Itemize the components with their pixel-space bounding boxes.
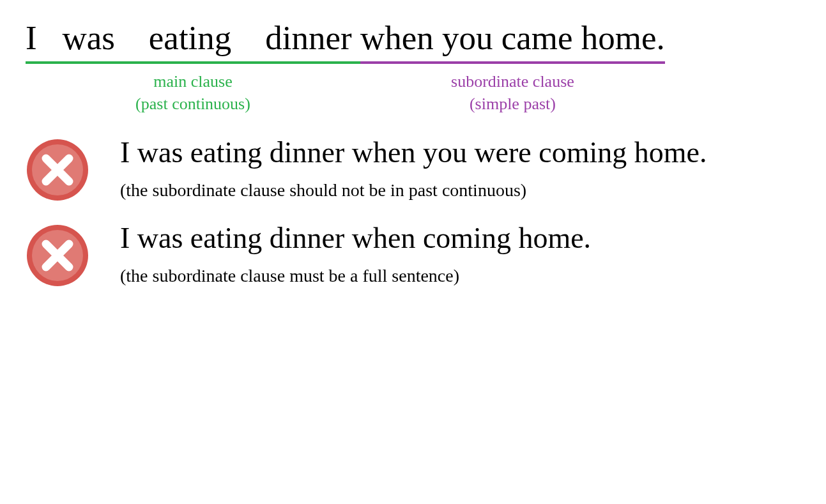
subordinate-clause-label-2: (simple past) (470, 95, 556, 113)
example-note: (the subordinate clause must be a full s… (120, 266, 807, 286)
error-examples: I was eating dinner when you were coming… (26, 134, 807, 287)
word-was: was (62, 19, 114, 56)
main-clause-underline (26, 61, 360, 64)
gap (115, 19, 149, 56)
main-clause-label-1: main clause (153, 72, 232, 91)
word-home: home. (581, 19, 665, 56)
subordinate-clause-label: subordinate clause (simple past) (360, 70, 665, 115)
gap (352, 19, 360, 56)
gap (573, 19, 581, 56)
example-row: I was eating dinner when coming home. (t… (26, 220, 807, 287)
example-row: I was eating dinner when you were coming… (26, 134, 807, 202)
subordinate-clause-label-1: subordinate clause (451, 72, 574, 91)
main-clause-text: I was eating dinner (26, 19, 360, 56)
main-clause-label: main clause (past continuous) (26, 70, 360, 115)
subordinate-clause-block: when you came home. subordinate clause (… (360, 19, 665, 115)
example-note: (the subordinate clause should not be in… (120, 180, 807, 201)
example-sentence: I was eating dinner when coming home. (120, 220, 772, 257)
word-when: when (360, 19, 434, 56)
example-text-block: I was eating dinner when coming home. (t… (120, 220, 807, 286)
word-dinner: dinner (265, 19, 351, 56)
main-clause-label-2: (past continuous) (135, 95, 250, 113)
gap (493, 19, 501, 56)
gap (231, 19, 265, 56)
example-sentence: I was eating dinner when you were coming… (120, 134, 772, 171)
word-you: you (442, 19, 493, 56)
annotated-sentence: I was eating dinner main clause (past co… (26, 19, 807, 115)
example-text-block: I was eating dinner when you were coming… (120, 134, 807, 201)
word-came: came (501, 19, 573, 56)
word-i: I (26, 19, 37, 56)
subordinate-clause-underline (360, 61, 665, 64)
main-clause-block: I was eating dinner main clause (past co… (26, 19, 360, 115)
subordinate-clause-text: when you came home. (360, 19, 665, 56)
word-eating: eating (149, 19, 232, 56)
incorrect-icon (26, 224, 89, 287)
gap (434, 19, 442, 56)
incorrect-icon (26, 138, 89, 202)
gap (37, 19, 63, 56)
